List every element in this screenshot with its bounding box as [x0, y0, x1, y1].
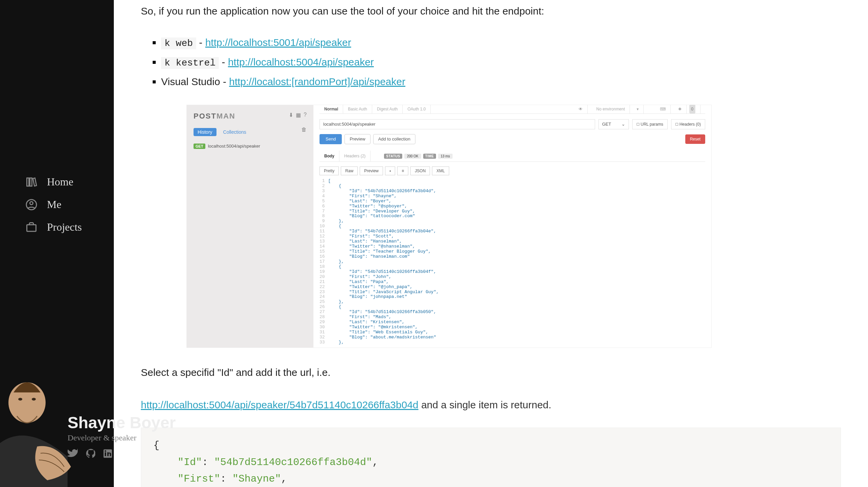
view-raw[interactable]: Raw	[341, 166, 358, 175]
article-body: So, if you run the application now you c…	[114, 0, 868, 487]
json-sample: { "Id": "54b7d51140c10266ffa3b04d", "Fir…	[141, 428, 841, 487]
history-item[interactable]: GET localhost:5004/api/speaker	[194, 144, 307, 149]
endpoint-link[interactable]: http://localhost:5004/api/speaker	[228, 56, 374, 68]
add-collection-button[interactable]: Add to collection	[373, 134, 415, 144]
svg-point-1	[30, 202, 33, 205]
request-row: localhost:5004/api/speaker GET⌄ URL para…	[320, 119, 705, 129]
endpoint-link[interactable]: http://localost:[randomPort]/api/speaker	[229, 76, 405, 87]
list-item-prefix: Visual Studio -	[161, 76, 229, 87]
view-preview[interactable]: Preview	[360, 166, 383, 175]
response-tabs: Body Headers (2) STATUS 200 OK TIME 13 m…	[320, 151, 705, 162]
profile-subtitle: Developer & speaker	[68, 433, 176, 442]
profile-name: Shayne Boyer	[68, 413, 176, 432]
line-gutter: 1 2 3 4 5 6 7 8 9 10 11 12 13 14 15 16 1…	[320, 179, 328, 345]
settings-icon[interactable]: ✱	[673, 105, 687, 113]
sidebar-item-home[interactable]: Home	[25, 176, 82, 188]
preview-button[interactable]: Preview	[344, 134, 370, 144]
github-icon[interactable]	[85, 448, 95, 460]
single-item-line: http://localhost:5004/api/speaker/54b7d5…	[141, 399, 841, 411]
environment-selector[interactable]: 👁 No environment ▾ ⌨ ✱ 0	[569, 105, 705, 113]
sidebar-item-label: Me	[47, 198, 61, 211]
view-mode-row: Pretty Raw Preview ▪ ≡ JSON XML	[320, 166, 705, 175]
auth-tab-oauth[interactable]: OAuth 1.0	[403, 105, 431, 113]
counter-badge: 0	[689, 105, 695, 113]
endpoint-link[interactable]: http://localhost:5001/api/speaker	[205, 37, 351, 48]
auth-tab-digest[interactable]: Digest Auth	[372, 105, 403, 113]
postman-side-icons: ⬇ ▦ ?	[289, 112, 307, 118]
wrap-icon[interactable]: ≡	[397, 166, 408, 175]
copy-icon[interactable]: ▪	[385, 166, 395, 175]
svg-rect-7	[105, 452, 106, 456]
single-item-link[interactable]: http://localhost:5004/api/speaker/54b7d5…	[141, 399, 418, 410]
postman-main: Normal Basic Auth Digest Auth OAuth 1.0 …	[313, 105, 711, 348]
sidebar: Home Me Projects	[0, 0, 114, 487]
tab-collections[interactable]: Collections	[223, 129, 246, 135]
url-input[interactable]: localhost:5004/api/speaker	[320, 119, 595, 129]
history-url: localhost:5004/api/speaker	[208, 144, 260, 149]
status-label: STATUS	[384, 154, 402, 159]
sidebar-item-label: Home	[47, 176, 73, 188]
postman-sidebar: POSTMAN ⬇ ▦ ? History Collections 🗑 GET …	[187, 105, 313, 348]
download-icon[interactable]: ⬇	[289, 112, 293, 118]
time-label: TIME	[423, 154, 436, 159]
fmt-json[interactable]: JSON	[410, 166, 430, 175]
twitter-icon[interactable]	[68, 448, 78, 460]
grid-icon[interactable]: ▦	[296, 112, 301, 118]
status-value: 200 OK	[404, 154, 421, 159]
endpoint-list: k web - http://localhost:5001/api/speake…	[161, 33, 841, 91]
profile-block: Shayne Boyer Developer & speaker	[0, 369, 114, 487]
headers-button[interactable]: Headers (0)	[671, 119, 705, 129]
sidebar-nav: Home Me Projects	[25, 176, 82, 244]
method-select[interactable]: GET⌄	[598, 119, 629, 129]
keyboard-icon[interactable]: ⌨	[655, 105, 671, 113]
linkedin-icon[interactable]	[103, 448, 113, 460]
trash-icon[interactable]: 🗑	[301, 127, 307, 133]
eye-icon: 👁	[574, 105, 588, 113]
intro-paragraph: So, if you run the application now you c…	[141, 3, 841, 19]
chevron-down-icon: ▾	[632, 105, 644, 113]
fmt-xml[interactable]: XML	[432, 166, 449, 175]
sidebar-item-me[interactable]: Me	[25, 198, 82, 211]
postman-screenshot: POSTMAN ⬇ ▦ ? History Collections 🗑 GET …	[186, 105, 712, 348]
briefcase-icon	[25, 221, 37, 233]
response-json: [ { "Id": "54b7d51140c10266ffa3b04d", "F…	[328, 179, 439, 345]
auth-tab-basic[interactable]: Basic Auth	[343, 105, 372, 113]
view-pretty[interactable]: Pretty	[320, 166, 339, 175]
tab-body[interactable]: Body	[320, 151, 339, 161]
list-item: k web - http://localhost:5001/api/speake…	[161, 33, 841, 52]
tab-history[interactable]: History	[194, 128, 216, 136]
sidebar-item-projects[interactable]: Projects	[25, 221, 82, 233]
svg-rect-2	[27, 225, 36, 231]
time-value: 13 ms	[438, 154, 453, 159]
list-item: k kestrel - http://localhost:5004/api/sp…	[161, 52, 841, 72]
avatar	[0, 369, 71, 487]
social-links	[68, 448, 176, 460]
list-item: Visual Studio - http://localost:[randomP…	[161, 72, 841, 91]
help-icon[interactable]: ?	[304, 112, 307, 118]
reset-button[interactable]: Reset	[685, 134, 705, 144]
auth-tab-normal[interactable]: Normal	[320, 105, 343, 113]
tab-headers[interactable]: Headers (2)	[339, 151, 371, 161]
command-code: k kestrel	[161, 57, 219, 69]
auth-tabs: Normal Basic Auth Digest Auth OAuth 1.0 …	[320, 105, 705, 114]
url-params-button[interactable]: URL params	[632, 119, 668, 129]
sidebar-item-label: Projects	[47, 221, 82, 233]
books-icon	[25, 176, 37, 188]
single-item-suffix: and a single item is returned.	[418, 399, 552, 410]
chevron-down-icon: ⌄	[621, 122, 625, 127]
svg-point-4	[18, 398, 22, 401]
svg-point-5	[32, 398, 36, 401]
svg-point-8	[105, 450, 106, 452]
status-block: STATUS 200 OK TIME 13 ms	[384, 154, 453, 159]
action-row: Send Preview Add to collection Reset	[320, 134, 705, 144]
user-circle-icon	[25, 199, 37, 211]
method-badge: GET	[194, 144, 205, 149]
select-id-paragraph: Select a specifid "Id" and add it the ur…	[141, 365, 841, 381]
command-code: k web	[161, 37, 196, 49]
response-body: 1 2 3 4 5 6 7 8 9 10 11 12 13 14 15 16 1…	[320, 179, 705, 345]
send-button[interactable]: Send	[320, 134, 342, 144]
